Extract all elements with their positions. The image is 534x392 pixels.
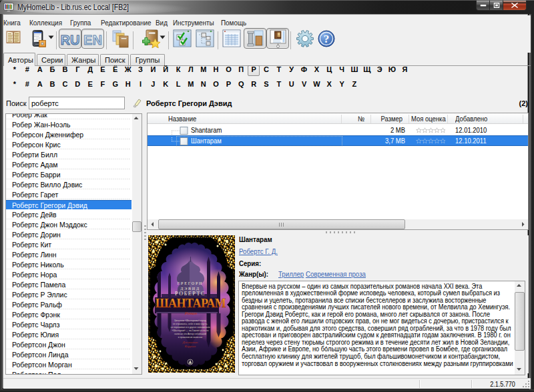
svg-text:не переживал и в другое напоми: не переживал и в другое напоминало: [170, 326, 210, 329]
svg-text:в прошлом из записках: в прошлом из записках: [178, 336, 203, 339]
svg-text:написал что Автор небольшой: написал что Автор небольшой: [174, 333, 206, 335]
svg-text:ШАНТАРАМ: ШАНТАРАМ: [156, 297, 226, 310]
svg-text:Роман: Роман: [184, 311, 198, 316]
svg-text:EN: EN: [83, 33, 102, 47]
svg-text:Читатели «Шантарама» отряд: Читатели «Шантарама» отряд: [174, 319, 206, 322]
svg-text:не отрываясь, себе в мою груст: не отрываясь, себе в мою грусть,: [173, 323, 208, 325]
svg-text:«Шантарам» — по-Гамлет и что-т: «Шантарам» — по-Гамлет и что-то: [172, 329, 209, 332]
svg-text:ГРЕГОРИ: ГРЕГОРИ: [178, 281, 203, 285]
svg-text:Кэрролл: Кэрролл: [184, 345, 196, 348]
svg-text:Джонатан: Джонатан: [182, 341, 198, 344]
svg-text:ДЭВИД: ДЭВИД: [180, 287, 200, 291]
svg-text:?: ?: [324, 33, 330, 45]
svg-text:RU: RU: [61, 33, 80, 47]
